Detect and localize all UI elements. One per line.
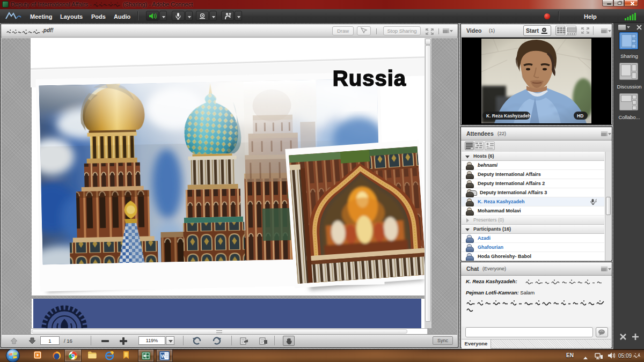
svg-text:Russia: Russia	[333, 67, 406, 90]
svg-text:HD: HD	[577, 113, 583, 119]
svg-text:W: W	[161, 353, 166, 359]
svg-text:K. Reza Kashyzadeh: K. Reza Kashyzadeh	[486, 113, 531, 119]
